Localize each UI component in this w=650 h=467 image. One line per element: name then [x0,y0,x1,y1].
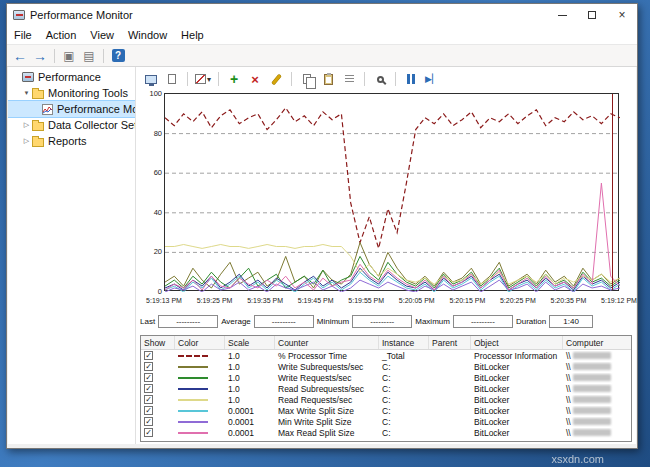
instance-cell: C: [379,362,429,372]
counter-row-max-write-split-size[interactable]: ✓0.0001Max Write Split SizeC:BitLocker\\ [141,405,631,416]
folder-icon [32,90,44,99]
perfmon-toolbar: ▾+×▶▏ [136,67,636,91]
maximize-icon [588,11,596,19]
counter-row-write-requests-sec[interactable]: ✓1.0Write Requests/secC:BitLocker\\ [141,372,631,383]
add-counter-icon[interactable]: + [225,70,243,88]
counter-row-read-requests-sec[interactable]: ✓1.0Read Requests/secC:BitLocker\\ [141,394,631,405]
redacted-computer-name [573,429,611,436]
show-checkbox[interactable]: ✓ [144,351,153,360]
window-icon[interactable]: ▣ [60,47,78,65]
view-log-icon[interactable] [163,70,181,88]
color-sample [178,410,208,412]
stat-label-last: Last [140,317,155,326]
list-icon[interactable]: ▤ [80,47,98,65]
help-icon[interactable]: ? [109,47,127,65]
counter-cell: Max Read Split Size [275,428,379,438]
performance-monitor-window: Performance Monitor × FileActionViewWind… [6,3,638,449]
menu-file[interactable]: File [7,27,39,43]
app-icon [13,10,25,20]
menu-view[interactable]: View [83,27,121,43]
toolbar-separator [291,72,292,86]
column-header-color[interactable]: Color [175,336,225,349]
counter-legend: ShowColorScaleCounterInstanceParentObjec… [140,335,632,442]
folder-icon [32,136,44,147]
stat-value-minimum: --------- [352,315,412,328]
show-checkbox[interactable]: ✓ [144,395,153,404]
highlight-icon[interactable] [267,70,285,88]
graph-type-dropdown[interactable]: ▾ [194,70,212,88]
menu-help[interactable]: Help [174,27,211,43]
stat-label-maximum: Maximum [415,317,450,326]
counter-row-read-subrequests-sec[interactable]: ✓1.0Read Subrequests/secC:BitLocker\\ [141,383,631,394]
column-header-computer[interactable]: Computer [563,336,631,349]
column-header-counter[interactable]: Counter [275,336,379,349]
redacted-computer-name [573,418,611,425]
object-cell: BitLocker [471,417,563,427]
y-tick-label: 80 [154,128,162,137]
stat-label-average: Average [221,317,251,326]
tree-item-monitoring-tools[interactable]: ▼Monitoring Tools [8,85,135,101]
maximize-button[interactable] [577,4,607,26]
color-sample [178,399,208,401]
view-current-icon[interactable] [142,70,160,88]
counter-row-max-read-split-size[interactable]: ✓0.0001Max Read Split SizeC:BitLocker\\ [141,427,631,438]
minimize-icon [558,15,567,16]
column-header-object[interactable]: Object [471,336,563,349]
scale-cell: 1.0 [225,384,275,394]
column-header-parent[interactable]: Parent [429,336,471,349]
counter-row-min-write-split-size[interactable]: ✓0.0001Min Write Split SizeC:BitLocker\\ [141,416,631,427]
freeze-icon[interactable] [402,70,420,88]
color-sample [178,355,208,357]
line-chart [164,93,619,291]
column-header-scale[interactable]: Scale [225,336,275,349]
console-tree: Performance▼Monitoring ToolsPerformance … [8,67,136,444]
redacted-computer-name [573,407,611,414]
delete-counter-icon[interactable]: × [246,70,264,88]
object-cell: BitLocker [471,406,563,416]
tree-item-reports[interactable]: ▷Reports [8,133,135,149]
computer-cell: \\ [566,384,571,394]
paste-icon[interactable] [319,70,337,88]
stat-value-average: --------- [254,315,314,328]
forward-arrow-icon[interactable]: → [31,47,49,65]
scale-cell: 1.0 [225,362,275,372]
show-checkbox[interactable]: ✓ [144,428,153,437]
counter-row-processor-time[interactable]: ✓1.0% Processor Time_TotalProcessor Info… [141,350,631,361]
zoom-icon[interactable] [371,70,389,88]
copy-icon[interactable] [298,70,316,88]
computer-cell: \\ [566,406,571,416]
column-header-show[interactable]: Show [141,336,175,349]
counter-row-write-subrequests-sec[interactable]: ✓1.0Write Subrequests/secC:BitLocker\\ [141,361,631,372]
minimize-button[interactable] [547,4,577,26]
column-header-instance[interactable]: Instance [379,336,429,349]
counter-cell: % Processor Time [275,351,379,361]
instance-cell: C: [379,384,429,394]
show-checkbox[interactable]: ✓ [144,362,153,371]
time-cursor-line [612,94,613,290]
back-arrow-icon[interactable]: ← [11,47,29,65]
tree-item-data-collector-sets[interactable]: ▷Data Collector Sets [8,117,135,133]
x-axis: 5:19:13 PM5:19:25 PM5:19:35 PM5:19:45 PM… [164,297,619,309]
y-tick-label: 60 [154,168,162,177]
menu-action[interactable]: Action [39,27,84,43]
title-bar: Performance Monitor × [7,4,637,26]
update-icon[interactable]: ▶▏ [423,70,441,88]
menu-window[interactable]: Window [121,27,174,43]
scale-cell: 0.0001 [225,428,275,438]
x-tick-label: 5:20:25 PM [500,297,536,304]
object-cell: BitLocker [471,362,563,372]
object-cell: BitLocker [471,373,563,383]
close-button[interactable]: × [607,4,637,26]
tree-item-performance-monitor[interactable]: Performance Monitor [8,101,135,117]
expanded-arrow-icon: ▼ [21,90,32,96]
show-checkbox[interactable]: ✓ [144,406,153,415]
folder-icon [32,88,44,99]
show-checkbox[interactable]: ✓ [144,373,153,382]
properties-icon[interactable] [340,70,358,88]
folder-icon [32,120,44,131]
computer-cell: \\ [566,395,571,405]
tree-item-performance[interactable]: Performance [8,69,135,85]
counter-cell: Read Requests/sec [275,395,379,405]
show-checkbox[interactable]: ✓ [144,384,153,393]
show-checkbox[interactable]: ✓ [144,417,153,426]
